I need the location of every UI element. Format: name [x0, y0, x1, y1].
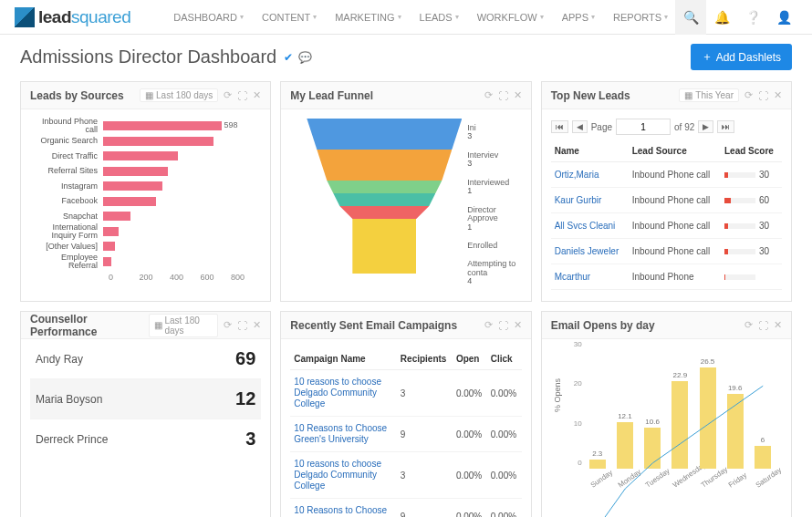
bar[interactable] — [103, 137, 213, 146]
lead-name[interactable]: Daniels Jeweler — [551, 239, 629, 264]
nav-dashboard[interactable]: DASHBOARD▾ — [166, 6, 251, 28]
next-page-button[interactable]: ▶ — [698, 120, 713, 133]
refresh-icon[interactable]: ⟳ — [744, 89, 753, 101]
bar[interactable] — [103, 167, 168, 176]
refresh-icon[interactable]: ⟳ — [484, 319, 493, 331]
range-selector[interactable]: ▦Last 180 days — [140, 88, 218, 102]
x-tick: 800 — [231, 273, 261, 282]
card-body: Campaign Name Recipients Open Click 10 r… — [281, 339, 530, 517]
bar[interactable] — [103, 197, 156, 206]
expand-icon[interactable]: ⛶ — [498, 320, 508, 331]
refresh-icon[interactable]: ⟳ — [224, 319, 232, 331]
first-page-button[interactable]: ⏮ — [551, 120, 568, 133]
prev-page-button[interactable]: ◀ — [572, 120, 588, 133]
nav-label: CONTENT — [262, 12, 310, 23]
nav-label: WORKFLOW — [477, 12, 537, 23]
table-row[interactable]: All Svcs CleaniInbound Phone call30 — [551, 213, 782, 239]
funnel-segment[interactable] — [327, 181, 442, 193]
refresh-icon[interactable]: ⟳ — [484, 89, 493, 101]
card-header: My Lead Funnel ⟳ ⛶ ✕ — [281, 82, 530, 109]
bar-row: Referral Sites — [30, 164, 261, 180]
col-recipients[interactable]: Recipients — [397, 348, 453, 370]
table-row[interactable]: 10 reasons to choose Delgado Community C… — [290, 452, 521, 499]
refresh-icon[interactable]: ⟳ — [744, 319, 753, 331]
table-row[interactable]: Kaur GurbirInbound Phone call60 — [551, 188, 782, 213]
plus-icon: ＋ — [702, 49, 713, 65]
search-icon[interactable]: 🔍 — [675, 0, 706, 35]
counsellor-row[interactable]: Maria Boyson12 — [30, 379, 261, 419]
col-name[interactable]: Name — [551, 140, 629, 162]
card-title: Top New Leads — [551, 89, 630, 102]
help-icon[interactable]: ❔ — [737, 0, 768, 35]
table-row[interactable]: Daniels JewelerInbound Phone call30 — [551, 239, 782, 264]
funnel-segment[interactable] — [339, 206, 429, 219]
card-title: Recently Sent Email Campaigns — [290, 319, 457, 332]
last-page-button[interactable]: ⏭ — [717, 120, 734, 133]
table-row[interactable]: 10 Reasons to Choose Green's University9… — [290, 417, 521, 452]
bar[interactable] — [103, 242, 115, 251]
funnel-segment[interactable] — [307, 119, 462, 150]
logo[interactable]: leadsquared — [4, 7, 130, 27]
page-input[interactable] — [616, 119, 671, 135]
range-selector[interactable]: ▦Last 180 days — [149, 314, 219, 337]
campaign-name[interactable]: 10 Reasons to Choose Green's University — [290, 499, 397, 518]
y-axis-label: % Opens — [553, 378, 562, 412]
lead-name[interactable]: All Svcs Cleani — [551, 213, 629, 239]
lead-name[interactable]: Kaur Gurbir — [551, 188, 629, 213]
nav-apps[interactable]: APPS▾ — [555, 6, 602, 28]
expand-icon[interactable]: ⛶ — [498, 90, 508, 101]
close-icon[interactable]: ✕ — [774, 319, 782, 331]
table-row[interactable]: 10 Reasons to Choose Green's University9… — [290, 499, 521, 518]
bar[interactable] — [103, 227, 119, 236]
close-icon[interactable]: ✕ — [253, 89, 261, 101]
bar[interactable] — [103, 151, 178, 160]
range-selector[interactable]: ▦This Year — [679, 88, 739, 102]
col-open[interactable]: Open — [453, 348, 487, 370]
nav-leads[interactable]: LEADS▾ — [412, 6, 466, 28]
bar-label: [Other Values] — [30, 243, 103, 251]
expand-icon[interactable]: ⛶ — [758, 90, 768, 101]
close-icon[interactable]: ✕ — [774, 89, 782, 101]
nav-workflow[interactable]: WORKFLOW▾ — [470, 6, 551, 28]
topbar-icons: 🔍 🔔 ❔ 👤 — [675, 0, 799, 35]
add-dashlets-button[interactable]: ＋ Add Dashlets — [691, 44, 792, 70]
refresh-icon[interactable]: ⟳ — [224, 89, 232, 101]
expand-icon[interactable]: ⛶ — [237, 90, 247, 101]
campaign-name[interactable]: 10 Reasons to Choose Green's University — [290, 417, 397, 452]
comment-icon[interactable]: 💬 — [298, 51, 312, 64]
funnel-label: Ini3 — [467, 124, 522, 141]
close-icon[interactable]: ✕ — [514, 89, 522, 101]
col-campaign[interactable]: Campaign Name — [290, 348, 397, 370]
user-avatar-icon[interactable]: 👤 — [768, 0, 799, 35]
table-row[interactable]: 10 reasons to choose Delgado Community C… — [290, 370, 521, 417]
close-icon[interactable]: ✕ — [514, 319, 522, 331]
col-click[interactable]: Click — [487, 348, 522, 370]
calendar-icon: ▦ — [154, 320, 162, 330]
counsellor-row[interactable]: Andy Ray69 — [30, 339, 261, 379]
funnel-segment[interactable] — [317, 150, 452, 181]
funnel-segment[interactable] — [333, 193, 435, 206]
bar[interactable] — [103, 257, 111, 266]
bar[interactable] — [103, 121, 222, 130]
table-row[interactable]: Ortiz,MariaInbound Phone call30 — [551, 162, 782, 188]
campaign-name[interactable]: 10 reasons to choose Delgado Community C… — [290, 452, 397, 499]
nav-content[interactable]: CONTENT▾ — [255, 6, 324, 28]
lead-name[interactable]: Ortiz,Maria — [551, 162, 629, 188]
campaign-name[interactable]: 10 reasons to choose Delgado Community C… — [290, 370, 397, 417]
lead-name[interactable]: Mcarthur — [551, 264, 629, 290]
bar-row: Instagram — [30, 179, 261, 194]
close-icon[interactable]: ✕ — [253, 319, 261, 331]
col-score[interactable]: Lead Score — [721, 140, 782, 162]
bar[interactable] — [103, 181, 162, 191]
bell-icon[interactable]: 🔔 — [706, 0, 737, 35]
col-source[interactable]: Lead Source — [629, 140, 721, 162]
campaign-click: 0.00% — [487, 452, 522, 499]
bar[interactable] — [103, 212, 130, 221]
nav-reports[interactable]: REPORTS▾ — [606, 6, 675, 28]
nav-marketing[interactable]: MARKETING▾ — [328, 6, 408, 28]
expand-icon[interactable]: ⛶ — [758, 320, 768, 331]
expand-icon[interactable]: ⛶ — [237, 320, 247, 331]
counsellor-row[interactable]: Derreck Prince3 — [30, 419, 261, 459]
funnel-segment[interactable] — [352, 219, 416, 274]
table-row[interactable]: McarthurInbound Phone — [551, 264, 782, 290]
